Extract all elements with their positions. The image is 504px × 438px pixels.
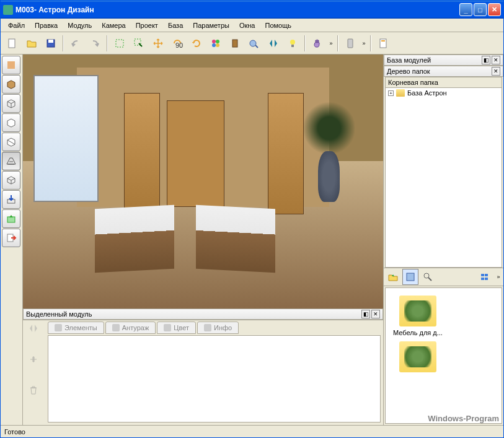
menu-windows[interactable]: Окна: [234, 20, 260, 30]
selected-module-header: Выделенный модуль ◧ ✕: [23, 309, 383, 320]
svg-rect-25: [481, 278, 484, 280]
svg-rect-19: [7, 217, 15, 222]
tool-box-solid[interactable]: [2, 75, 20, 94]
tab-color[interactable]: Цвет: [157, 322, 196, 334]
select-cursor-button[interactable]: [130, 34, 148, 53]
statusbar: Готово: [1, 425, 503, 437]
module-base-label: База модулей: [387, 56, 480, 64]
tool-iso[interactable]: [2, 171, 20, 190]
redo-button[interactable]: [86, 34, 104, 53]
tree-expand-icon[interactable]: +: [388, 90, 394, 96]
mirror-button[interactable]: [264, 34, 283, 53]
maximize-button[interactable]: □: [474, 3, 487, 16]
materials-button[interactable]: [206, 34, 225, 53]
3d-viewport[interactable]: [23, 55, 383, 309]
tool-perspective[interactable]: [2, 152, 20, 170]
tool-import[interactable]: [2, 190, 20, 209]
view-button[interactable]: [245, 34, 263, 53]
rotate-90-button[interactable]: 90: [168, 34, 187, 53]
svg-point-8: [212, 43, 216, 47]
browser-folder-2[interactable]: [393, 341, 443, 372]
view-large-button[interactable]: [402, 269, 418, 285]
svg-rect-21: [407, 273, 414, 281]
save-button[interactable]: [42, 34, 60, 53]
panel-close-icon[interactable]: ✕: [492, 56, 500, 64]
panel-close-icon[interactable]: ✕: [371, 310, 380, 318]
folder-icon: [399, 296, 436, 326]
close-button[interactable]: ✕: [488, 3, 501, 16]
status-text: Готово: [4, 428, 25, 436]
tool-export[interactable]: [2, 229, 20, 247]
folder-tree[interactable]: Корневая папка + База Астрон: [385, 77, 502, 268]
grid-icon: [55, 324, 62, 331]
svg-rect-17: [7, 61, 15, 69]
new-button[interactable]: [3, 34, 22, 53]
menu-base[interactable]: База: [163, 20, 188, 30]
svg-rect-0: [9, 39, 15, 48]
folder-label: Мебель для д...: [393, 329, 443, 336]
menu-params[interactable]: Параметры: [188, 20, 234, 30]
palette-icon: [164, 324, 171, 331]
tool-box-empty[interactable]: [2, 113, 20, 132]
tool-box-cut[interactable]: [2, 133, 20, 151]
browser-folder-1[interactable]: Мебель для д...: [393, 296, 443, 336]
svg-point-7: [216, 40, 219, 43]
tree-item-label: База Астрон: [407, 89, 447, 97]
minimize-button[interactable]: _: [459, 3, 472, 16]
trash-icon[interactable]: [28, 385, 40, 397]
module-base-header: База модулей ◧ ✕: [384, 55, 503, 66]
svg-rect-16: [381, 40, 385, 42]
svg-rect-10: [232, 40, 237, 47]
tool-add-green[interactable]: [2, 209, 20, 228]
menu-camera[interactable]: Камера: [97, 20, 130, 30]
browser-more[interactable]: »: [495, 274, 502, 280]
flip-icon[interactable]: [28, 323, 40, 335]
open-button[interactable]: [22, 34, 41, 53]
toolbar-more-2[interactable]: »: [360, 40, 368, 46]
folder-tree-header: Дерево папок ✕: [384, 66, 503, 77]
tool-texture[interactable]: [2, 56, 20, 74]
app-icon: [3, 5, 13, 15]
titlebar: М003- Астрон Дизайн _ □ ✕: [1, 1, 503, 19]
svg-rect-2: [48, 40, 53, 43]
undo-button[interactable]: [66, 34, 85, 53]
menu-module[interactable]: Модуль: [63, 20, 97, 30]
svg-point-22: [424, 273, 429, 278]
selected-module-label: Выделенный модуль: [26, 310, 360, 318]
svg-point-9: [216, 43, 219, 47]
window-title: М003- Астрон Дизайн: [15, 6, 459, 14]
menu-help[interactable]: Помощь: [260, 20, 296, 30]
phone-button[interactable]: [341, 34, 360, 53]
tab-elements[interactable]: Элементы: [48, 322, 104, 334]
tab-entourage[interactable]: Антураж: [105, 322, 156, 334]
panel-dock-icon[interactable]: ◧: [361, 310, 370, 318]
leaf-icon: [404, 300, 431, 322]
light-button[interactable]: [283, 34, 302, 53]
tool-box-wire[interactable]: [2, 94, 20, 113]
slider-icon[interactable]: [28, 354, 40, 366]
browser-toolbar: »: [384, 268, 503, 286]
search-button[interactable]: [420, 269, 436, 285]
toolbar-more-1[interactable]: »: [327, 40, 335, 46]
left-toolbar: [1, 55, 23, 425]
tree-item-astron[interactable]: + База Астрон: [386, 88, 502, 98]
up-folder-button[interactable]: [385, 269, 401, 285]
panel-close-icon[interactable]: ✕: [492, 67, 500, 76]
svg-point-12: [290, 40, 295, 45]
panel-dock-icon[interactable]: ◧: [482, 56, 490, 64]
svg-rect-3: [116, 40, 123, 47]
menu-file[interactable]: Файл: [3, 20, 30, 30]
menu-project[interactable]: Проект: [131, 20, 163, 30]
menu-edit[interactable]: Правка: [30, 20, 63, 30]
move-button[interactable]: [149, 34, 167, 53]
tab-info[interactable]: Инфо: [197, 322, 239, 334]
svg-rect-14: [348, 39, 353, 48]
report-button[interactable]: [374, 34, 392, 53]
bottom-panel: Элементы Антураж Цвет Инфо: [23, 320, 383, 425]
pan-button[interactable]: [308, 34, 327, 53]
module-browser[interactable]: Мебель для д...: [385, 287, 502, 424]
door-button[interactable]: [226, 34, 244, 53]
view-mode-button[interactable]: [477, 269, 493, 285]
select-rect-button[interactable]: [110, 34, 129, 53]
rotate-button[interactable]: [187, 34, 206, 53]
